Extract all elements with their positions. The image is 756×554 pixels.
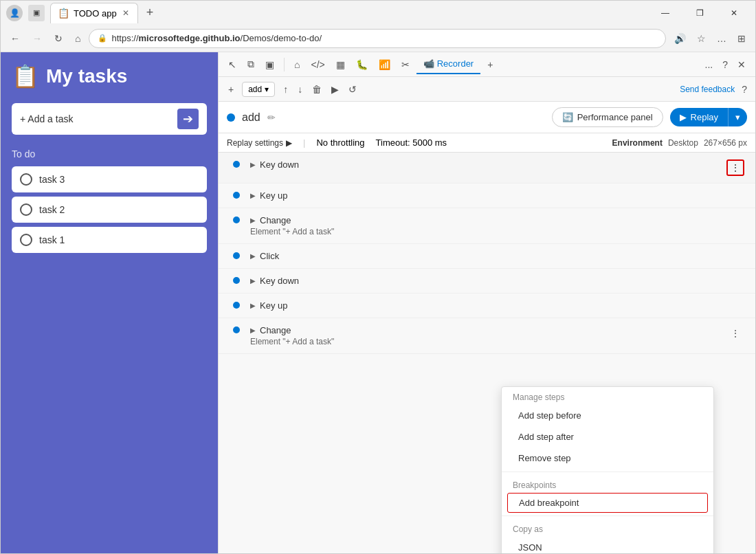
- remove-step-item[interactable]: Remove step: [502, 447, 713, 469]
- move-up-button[interactable]: ↑: [279, 81, 292, 98]
- task-item[interactable]: task 1: [12, 227, 207, 253]
- home-button[interactable]: ⌂: [71, 29, 85, 48]
- move-down-button[interactable]: ↓: [293, 81, 307, 98]
- recorder-tab[interactable]: 📹 Recorder: [416, 54, 480, 74]
- task-name: task 1: [39, 234, 65, 245]
- new-tab-button[interactable]: +: [141, 3, 159, 23]
- step-expand-arrow[interactable]: ▶: [250, 161, 256, 168]
- task-checkbox[interactable]: [20, 173, 32, 186]
- select-dropdown-icon: ▾: [265, 85, 269, 94]
- more-tools-button[interactable]: ...: [701, 56, 718, 73]
- step-title: ▶ Change: [250, 215, 744, 225]
- replay-settings-link[interactable]: Replay settings ▶: [227, 138, 292, 148]
- favorites-button[interactable]: ☆: [693, 29, 710, 48]
- step-expand-arrow[interactable]: ▶: [250, 277, 256, 285]
- task-name: task 3: [39, 174, 65, 185]
- close-devtools-button[interactable]: ✕: [733, 56, 750, 73]
- network-tab-button[interactable]: ▦: [332, 56, 349, 73]
- step-change-1[interactable]: ▶ Change Element "+ Add a task": [219, 208, 755, 244]
- step-title: ▶ Key down: [250, 276, 744, 286]
- step-keydown-2[interactable]: ▶ Key down: [219, 269, 755, 293]
- step-timeline: [230, 217, 243, 223]
- active-tab[interactable]: 📋 TODO app ✕: [50, 3, 138, 23]
- close-button[interactable]: ✕: [718, 3, 750, 23]
- step-content: ▶ Key up: [250, 190, 744, 201]
- add-step-after-item[interactable]: Add step after: [502, 426, 713, 447]
- secondary-help-button[interactable]: ?: [739, 81, 750, 98]
- step-expand-arrow[interactable]: ▶: [250, 326, 256, 334]
- section-label: To do: [12, 148, 207, 159]
- add-breakpoint-item[interactable]: Add breakpoint: [507, 493, 708, 513]
- play-button[interactable]: ▶: [327, 81, 343, 98]
- step-change-2[interactable]: ▶ Change Element "+ Add a task" ⋮: [219, 318, 755, 354]
- send-feedback-link[interactable]: Send feedback: [680, 85, 735, 94]
- read-aloud-button[interactable]: 🔊: [670, 29, 690, 48]
- scissors-tab-button[interactable]: ✂: [397, 56, 414, 73]
- step-expand-arrow[interactable]: ▶: [250, 217, 256, 224]
- copy-json-item[interactable]: JSON: [502, 537, 713, 553]
- perf-panel-icon: 🔄: [562, 112, 573, 122]
- step-keyup-1[interactable]: ▶ Key up: [219, 184, 755, 208]
- step-dot: [233, 217, 240, 223]
- nav-icons: 🔊 ☆ … ⊞: [670, 29, 750, 48]
- step-dot: [233, 302, 240, 309]
- step-more-button[interactable]: ⋮: [726, 159, 744, 176]
- steps-container[interactable]: ▶ Key down ⋮ ▶ Key up: [219, 153, 755, 553]
- step-more-button-bottom[interactable]: ⋮: [726, 325, 744, 342]
- sidebar-toggle[interactable]: ▣: [28, 5, 45, 21]
- step-title: ▶ Key up: [250, 300, 744, 311]
- replay-dropdown-button[interactable]: ▾: [728, 108, 747, 126]
- task-checkbox[interactable]: [20, 203, 32, 216]
- step-expand-arrow[interactable]: ▶: [250, 192, 256, 199]
- maximize-button[interactable]: ❒: [684, 3, 715, 23]
- elements-tab-button[interactable]: ▣: [261, 56, 278, 73]
- step-expand-arrow[interactable]: ▶: [250, 302, 256, 309]
- recording-dot: [227, 113, 235, 122]
- sources-tab-button[interactable]: </>: [307, 56, 329, 73]
- debug-tab-button[interactable]: 🐛: [352, 56, 372, 73]
- minimize-button[interactable]: —: [649, 3, 681, 23]
- profile-icon[interactable]: 👤: [6, 5, 23, 21]
- app-title: My tasks: [46, 65, 127, 87]
- step-dot: [233, 252, 240, 259]
- main-content: 📋 My tasks + Add a task ➔ To do task 3 t…: [1, 52, 755, 553]
- tab-close-button[interactable]: ✕: [121, 7, 131, 19]
- task-checkbox[interactable]: [20, 234, 32, 246]
- reload-button[interactable]: ↻: [50, 29, 67, 48]
- replay-play-icon: ▶: [680, 112, 687, 122]
- step-keydown-1[interactable]: ▶ Key down ⋮: [219, 153, 755, 184]
- step-expand-arrow[interactable]: ▶: [250, 252, 256, 260]
- help-button[interactable]: ?: [720, 56, 731, 73]
- extensions-button[interactable]: ⊞: [733, 29, 750, 48]
- step-dot: [233, 192, 240, 199]
- performance-panel-button[interactable]: 🔄 Performance panel: [552, 107, 663, 127]
- add-task-arrow-button[interactable]: ➔: [177, 109, 199, 129]
- address-bar[interactable]: 🔒 https://microsoftedge.github.io/Demos/…: [89, 29, 666, 48]
- home-devtools-button[interactable]: ⌂: [290, 56, 304, 73]
- back-button[interactable]: ←: [6, 29, 24, 48]
- add-recording-button[interactable]: +: [224, 81, 238, 98]
- throttling-value: No throttling: [316, 137, 364, 148]
- recording-selector[interactable]: add ▾: [242, 82, 275, 97]
- task-item[interactable]: task 2: [12, 197, 207, 223]
- devtools-panel: ↖ ⧉ ▣ ⌂ </> ▦ 🐛 📶 ✂ 📹 Recorder + ... ? ✕: [218, 52, 755, 553]
- add-task-row[interactable]: + Add a task ➔: [12, 103, 207, 135]
- task-item[interactable]: task 3: [12, 166, 207, 192]
- copy-as-label: Copy as: [502, 519, 713, 537]
- replay-button[interactable]: ▶ Replay: [670, 108, 728, 126]
- settings-button[interactable]: …: [713, 29, 731, 48]
- performance-tab-button[interactable]: 📶: [375, 56, 394, 73]
- inspect-element-button[interactable]: ↖: [224, 56, 241, 73]
- forward-button[interactable]: →: [28, 29, 46, 48]
- device-emulation-button[interactable]: ⧉: [243, 56, 258, 73]
- step-subtitle: Element "+ Add a task": [250, 337, 720, 346]
- edit-title-icon[interactable]: ✏: [267, 112, 276, 123]
- delete-step-button[interactable]: 🗑: [308, 81, 326, 98]
- step-keyup-2[interactable]: ▶ Key up: [219, 293, 755, 318]
- menu-divider-1: [502, 472, 713, 472]
- settings-separator: |: [303, 137, 305, 148]
- add-tab-button[interactable]: +: [483, 56, 497, 73]
- refresh-button[interactable]: ↺: [344, 81, 361, 98]
- step-click-1[interactable]: ▶ Click: [219, 244, 755, 269]
- add-step-before-item[interactable]: Add step before: [502, 405, 713, 426]
